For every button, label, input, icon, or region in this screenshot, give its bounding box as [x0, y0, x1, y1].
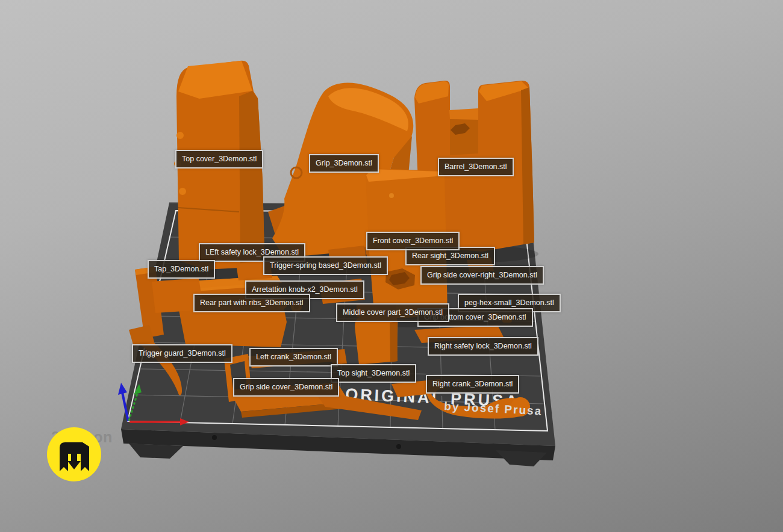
- part-label[interactable]: Grip_3Demon.stl: [309, 154, 379, 173]
- part-label[interactable]: Front cover_3Demon.stl: [366, 232, 460, 250]
- part-label[interactable]: Top sight_3Demon.stl: [331, 364, 416, 383]
- part-label[interactable]: Barrel_3Demon.stl: [438, 158, 514, 176]
- part-label[interactable]: Rear part with ribs_3Demon.stl: [193, 294, 310, 312]
- 3demon-logo-icon: [46, 426, 102, 483]
- part-label[interactable]: Left crank_3Demon.stl: [249, 348, 338, 367]
- slicer-viewport[interactable]: ORIGINAL PRUSA: [0, 0, 783, 532]
- part-label[interactable]: Trigger-spring based_3Demon.stl: [263, 256, 388, 275]
- part-label[interactable]: Tap_3Demon.stl: [148, 260, 215, 279]
- print-bed-scene: ORIGINAL PRUSA: [0, 0, 783, 532]
- brand-logo: 3Demon: [46, 426, 118, 446]
- bed-foot-left: [129, 444, 183, 459]
- part-label[interactable]: Grip side cover_3Demon.stl: [233, 378, 339, 397]
- part-label[interactable]: Trigger guard_3Demon.stl: [132, 344, 232, 363]
- part-label[interactable]: Right crank_3Demon.stl: [426, 375, 519, 394]
- part-label[interactable]: Top cover_3Demon.stl: [175, 150, 263, 169]
- part-label[interactable]: Right safety lock_3Demon.stl: [428, 337, 538, 356]
- part-label[interactable]: Middle cover part_3Demon.stl: [336, 303, 449, 322]
- part-label[interactable]: Grip side cover-right_3Demon.stl: [420, 266, 544, 285]
